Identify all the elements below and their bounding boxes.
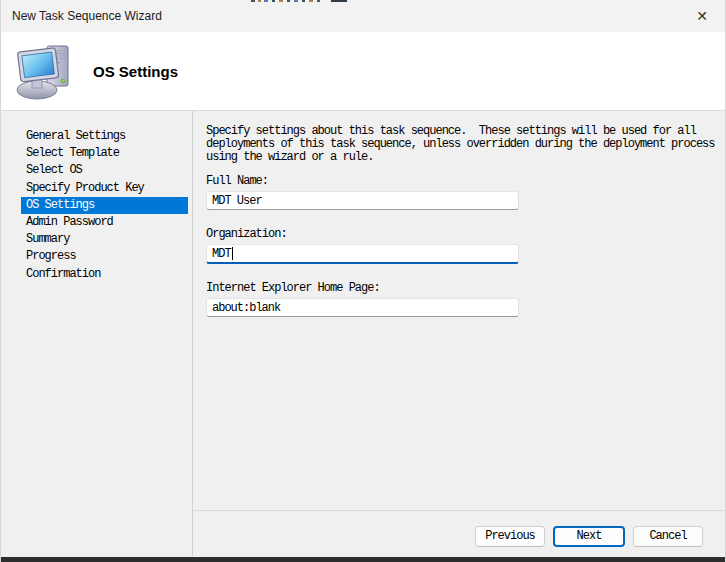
- bottom-screen-edge: [1, 557, 726, 562]
- wizard-footer: Previous Next Cancel: [193, 510, 726, 556]
- sidebar-item-os-settings[interactable]: OS Settings: [21, 197, 188, 214]
- page-description: Specify settings about this task sequenc…: [206, 125, 721, 164]
- full-name-input[interactable]: MDT User: [206, 191, 519, 210]
- sidebar-item-summary[interactable]: Summary: [21, 231, 188, 248]
- full-name-label: Full Name:: [206, 174, 721, 188]
- ie-home-page-label: Internet Explorer Home Page:: [206, 281, 721, 295]
- new-task-sequence-wizard-window: New Task Sequence Wizard ✕: [0, 0, 726, 562]
- full-name-value: MDT User: [212, 194, 262, 208]
- organization-label: Organization:: [206, 227, 721, 241]
- organization-field-group: Organization: MDT: [206, 227, 721, 264]
- sidebar-item-admin-password[interactable]: Admin Password: [21, 214, 188, 231]
- cancel-button[interactable]: Cancel: [633, 526, 703, 547]
- wizard-steps-sidebar: General Settings Select Template Select …: [1, 111, 193, 556]
- ie-home-page-value: about:blank: [212, 301, 280, 315]
- page-title: OS Settings: [93, 63, 178, 80]
- next-button[interactable]: Next: [553, 526, 625, 547]
- full-name-field-group: Full Name: MDT User: [206, 174, 721, 210]
- window-title: New Task Sequence Wizard: [1, 9, 162, 23]
- close-icon: ✕: [696, 8, 708, 24]
- organization-input[interactable]: MDT: [206, 244, 519, 264]
- sidebar-item-select-template[interactable]: Select Template: [21, 145, 188, 162]
- text-caret: [232, 247, 233, 260]
- sidebar-item-confirmation[interactable]: Confirmation: [21, 266, 188, 283]
- ie-home-page-field-group: Internet Explorer Home Page: about:blank: [206, 281, 721, 317]
- sidebar-item-progress[interactable]: Progress: [21, 248, 188, 265]
- organization-value: MDT: [212, 247, 231, 261]
- sidebar-item-select-os[interactable]: Select OS: [21, 162, 188, 179]
- ie-home-page-input[interactable]: about:blank: [206, 298, 519, 317]
- close-button[interactable]: ✕: [679, 0, 725, 32]
- computer-workstation-icon: [13, 40, 73, 102]
- sidebar-item-specify-product-key[interactable]: Specify Product Key: [21, 180, 188, 197]
- previous-button[interactable]: Previous: [475, 526, 545, 547]
- clipped-screen-artifacts: [1, 0, 726, 3]
- sidebar-item-general-settings[interactable]: General Settings: [21, 128, 188, 145]
- title-bar[interactable]: New Task Sequence Wizard ✕: [1, 0, 725, 32]
- wizard-header: OS Settings: [1, 32, 725, 111]
